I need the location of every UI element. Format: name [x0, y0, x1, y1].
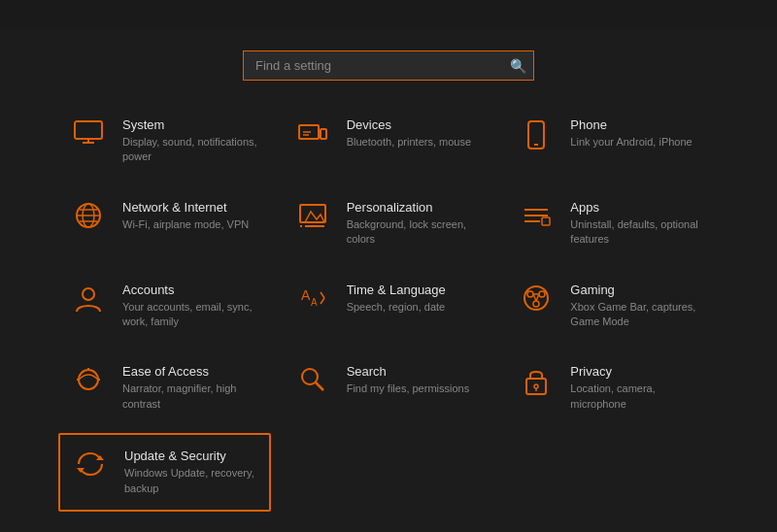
svg-rect-4	[321, 129, 326, 139]
update-title: Update & Security	[124, 449, 257, 463]
personalization-text: PersonalizationBackground, lock screen, …	[347, 200, 484, 248]
svg-line-31	[533, 294, 536, 301]
accounts-icon	[70, 284, 107, 320]
personalization-icon	[294, 202, 331, 234]
privacy-desc: Location, camera, microphone	[570, 382, 707, 412]
accounts-title: Accounts	[122, 283, 259, 297]
setting-item-time[interactable]: A A Time & LanguageSpeech, region, date	[283, 269, 495, 344]
accounts-desc: Your accounts, email, sync, work, family	[122, 300, 259, 330]
apps-text: AppsUninstall, defaults, optional featur…	[570, 200, 707, 248]
phone-text: PhoneLink your Android, iPhone	[570, 117, 707, 150]
svg-point-33	[79, 370, 98, 389]
title-bar	[0, 0, 777, 31]
phone-desc: Link your Android, iPhone	[570, 135, 707, 150]
apps-icon	[518, 202, 555, 234]
svg-text:A: A	[301, 287, 311, 303]
svg-point-37	[302, 369, 318, 384]
close-button[interactable]	[748, 7, 765, 24]
search-title: Search	[347, 364, 484, 379]
main-content: 🔍 SystemDisplay, sound, notifications, p…	[0, 31, 777, 532]
setting-item-devices[interactable]: DevicesBluetooth, printers, mouse	[283, 104, 495, 179]
personalization-title: Personalization	[347, 200, 484, 215]
personalization-desc: Background, lock screen, colors	[347, 217, 484, 248]
setting-item-apps[interactable]: AppsUninstall, defaults, optional featur…	[506, 186, 719, 261]
gaming-icon	[518, 284, 555, 316]
svg-point-27	[527, 291, 533, 297]
svg-point-40	[534, 384, 538, 388]
svg-text:A: A	[311, 297, 318, 308]
gaming-text: GamingXbox Game Bar, captures, Game Mode	[570, 283, 707, 330]
ease-icon	[70, 366, 107, 398]
system-text: SystemDisplay, sound, notifications, pow…	[122, 117, 259, 165]
time-title: Time & Language	[347, 283, 484, 297]
search-container: 🔍	[58, 31, 719, 104]
setting-item-ease[interactable]: Ease of AccessNarrator, magnifier, high …	[58, 350, 271, 425]
setting-item-phone[interactable]: PhoneLink your Android, iPhone	[506, 104, 719, 179]
privacy-icon	[518, 366, 555, 402]
setting-item-system[interactable]: SystemDisplay, sound, notifications, pow…	[58, 104, 271, 179]
window-controls	[697, 7, 765, 24]
svg-point-28	[539, 291, 545, 297]
minimize-button[interactable]	[697, 7, 715, 24]
phone-icon	[518, 119, 555, 155]
settings-grid: SystemDisplay, sound, notifications, pow…	[58, 104, 719, 512]
network-text: Network & InternetWi-Fi, airplane mode, …	[122, 200, 259, 232]
system-title: System	[122, 117, 259, 132]
system-icon	[70, 119, 107, 151]
setting-item-privacy[interactable]: PrivacyLocation, camera, microphone	[506, 350, 719, 425]
svg-rect-20	[542, 217, 550, 225]
setting-item-accounts[interactable]: AccountsYour accounts, email, sync, work…	[58, 269, 271, 344]
setting-item-network[interactable]: Network & InternetWi-Fi, airplane mode, …	[58, 186, 271, 261]
svg-line-24	[321, 292, 324, 298]
search-input[interactable]	[243, 50, 534, 81]
devices-text: DevicesBluetooth, printers, mouse	[347, 117, 484, 150]
apps-title: Apps	[570, 200, 707, 215]
svg-line-32	[536, 294, 539, 301]
maximize-button[interactable]	[723, 7, 740, 24]
svg-line-38	[316, 382, 323, 390]
network-icon	[70, 202, 107, 234]
accounts-text: AccountsYour accounts, email, sync, work…	[122, 283, 259, 330]
time-desc: Speech, region, date	[347, 300, 484, 315]
devices-title: Devices	[347, 117, 484, 132]
setting-item-personalization[interactable]: PersonalizationBackground, lock screen, …	[283, 186, 495, 261]
privacy-text: PrivacyLocation, camera, microphone	[570, 364, 707, 412]
svg-line-25	[321, 298, 324, 304]
update-desc: Windows Update, recovery, backup	[124, 466, 257, 496]
ease-text: Ease of AccessNarrator, magnifier, high …	[122, 364, 259, 412]
setting-item-search[interactable]: SearchFind my files, permissions	[283, 350, 495, 425]
search-box: 🔍	[243, 50, 534, 81]
apps-desc: Uninstall, defaults, optional features	[570, 217, 707, 248]
search-icon: 🔍	[510, 58, 526, 74]
system-desc: Display, sound, notifications, power	[122, 135, 259, 165]
devices-icon	[294, 119, 331, 151]
network-desc: Wi-Fi, airplane mode, VPN	[122, 217, 259, 232]
svg-point-29	[533, 301, 539, 307]
search-icon-button[interactable]: 🔍	[510, 58, 526, 74]
search-icon	[294, 366, 331, 398]
phone-title: Phone	[570, 117, 707, 132]
svg-point-21	[83, 288, 94, 300]
privacy-title: Privacy	[570, 364, 707, 379]
time-text: Time & LanguageSpeech, region, date	[347, 283, 484, 315]
gaming-desc: Xbox Game Bar, captures, Game Mode	[570, 300, 707, 330]
setting-item-gaming[interactable]: GamingXbox Game Bar, captures, Game Mode	[506, 269, 719, 344]
svg-rect-39	[526, 379, 546, 394]
time-icon: A A	[294, 284, 331, 316]
devices-desc: Bluetooth, printers, mouse	[347, 135, 484, 150]
svg-rect-0	[75, 121, 102, 139]
ease-title: Ease of Access	[122, 364, 259, 379]
gaming-title: Gaming	[570, 283, 707, 297]
update-icon	[72, 450, 109, 482]
update-text: Update & SecurityWindows Update, recover…	[124, 449, 257, 496]
search-text: SearchFind my files, permissions	[347, 364, 484, 396]
setting-item-update[interactable]: Update & SecurityWindows Update, recover…	[58, 433, 271, 512]
search-desc: Find my files, permissions	[347, 382, 484, 396]
ease-desc: Narrator, magnifier, high contrast	[122, 382, 259, 412]
network-title: Network & Internet	[122, 200, 259, 215]
